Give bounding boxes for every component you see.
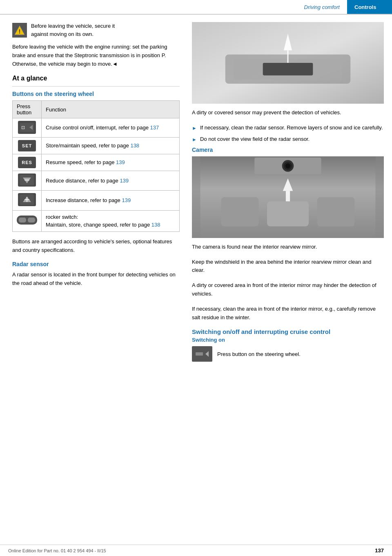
camera-text3: A dirty or covered area in front of the … (192, 281, 384, 298)
res-btn-icon: RES (18, 157, 36, 168)
page-ref-137-cruise[interactable]: 137 (150, 125, 159, 131)
page-number: 137 (375, 547, 384, 554)
bullet-text-clean: If necessary, clean the radar sensor. Re… (200, 124, 383, 132)
table-row: RES Resume speed, refer to page 139 (13, 154, 180, 171)
svg-rect-29 (317, 197, 355, 227)
function-cell-reduce: Reduce distance, refer to page 139 (42, 171, 180, 191)
function-cell-increase: Increase distance, refer to page 139 (42, 191, 180, 211)
radar-sensor-text: A radar sensor is located in the front b… (12, 271, 180, 288)
page-ref-138-set[interactable]: 138 (130, 142, 139, 149)
buttons-note-text: Buttons are arranged according to vehicl… (12, 238, 180, 255)
radar-sensor-heading: Radar sensor (12, 261, 180, 267)
reduce-distance-icon (18, 173, 36, 187)
right-column: A dirty or covered sensor may prevent th… (188, 22, 392, 362)
cruise-btn-icon: ⊡ (18, 121, 36, 134)
svg-rect-18 (263, 63, 313, 76)
warning-text: Before leaving the vehicle, secure it ag… (31, 22, 115, 38)
camera-text2: Keep the windshield in the area behind t… (192, 258, 384, 275)
table-col2-header: Function (42, 101, 180, 118)
rocker-switch-icon (17, 216, 37, 225)
camera-text4: If necessary, clean the area in front of… (192, 305, 384, 322)
warning-box: ! Before leaving the vehicle, secure it … (12, 22, 180, 38)
function-cell-cruise: Cruise control on/off, interrupt, refer … (42, 118, 180, 138)
svg-text:!: ! (19, 28, 21, 35)
svg-rect-35 (196, 352, 203, 356)
switching-sub-heading: Switching on (192, 337, 384, 343)
steering-wheel-table: Press button Function ⊡ (12, 100, 180, 232)
table-row: ⊡ Cruise control on/off, interrupt, refe… (13, 118, 180, 138)
switching-on-text: Press button on the steering wheel. (217, 351, 301, 357)
steering-wheel-heading: Buttons on the steering wheel (12, 91, 180, 97)
body-warning-text: Before leaving the vehicle with the engi… (12, 43, 180, 68)
switching-main-heading: Switching on/off and interrupting cruise… (192, 328, 384, 335)
radar-sensor-section: Radar sensor A radar sensor is located i… (12, 261, 180, 288)
front-bumper-scene (192, 22, 384, 104)
bottom-bar: Online Edition for Part no. 01 40 2 954 … (0, 545, 392, 556)
set-btn-icon: SET (18, 140, 36, 151)
camera-heading: Camera (192, 147, 384, 153)
front-bumper-image (192, 22, 384, 104)
main-content: ! Before leaving the vehicle, secure it … (0, 15, 392, 362)
svg-rect-32 (376, 156, 384, 238)
bullet-item-clean: ► If necessary, clean the radar sensor. … (192, 124, 384, 132)
table-row: Reduce distance, refer to page 139 (13, 171, 180, 191)
switching-on-btn-icon (192, 346, 212, 362)
svg-rect-30 (267, 201, 309, 226)
svg-rect-31 (192, 156, 200, 238)
function-cell-res: Resume speed, refer to page 139 (42, 154, 180, 171)
btn-cell-res: RES (13, 154, 42, 171)
table-col1-header: Press button (13, 101, 42, 118)
footer-text: Online Edition for Part no. 01 40 2 954 … (8, 548, 106, 553)
camera-image (192, 156, 384, 238)
svg-rect-14 (28, 218, 35, 222)
at-a-glance-heading: At a glance (12, 75, 180, 82)
page-ref-138-rocker[interactable]: 138 (151, 222, 160, 228)
btn-cell-increase (13, 191, 42, 211)
camera-text1: The camera is found near the interior re… (192, 243, 384, 251)
table-row: Increase distance, refer to page 139 (13, 191, 180, 211)
svg-text:⊡: ⊡ (21, 125, 25, 130)
btn-cell-cruise: ⊡ (13, 118, 42, 138)
table-row: rocker switch: Maintain, store, change s… (13, 210, 180, 231)
page-ref-139-increase[interactable]: 139 (122, 197, 131, 203)
bullet-text-cover: Do not cover the view field of the radar… (200, 135, 310, 143)
camera-scene (192, 156, 384, 238)
svg-point-25 (285, 163, 290, 168)
increase-distance-icon (18, 193, 36, 206)
switching-on-row: Press button on the steering wheel. (192, 346, 384, 362)
dirty-sensor-text: A dirty or covered sensor may prevent th… (192, 109, 384, 117)
header-driving-comfort: Driving comfort (297, 4, 347, 10)
btn-cell-reduce (13, 171, 42, 191)
page-ref-139-reduce[interactable]: 139 (120, 178, 129, 184)
warning-icon: ! (12, 23, 27, 38)
btn-cell-set: SET (13, 137, 42, 154)
bullet-item-cover: ► Do not cover the view field of the rad… (192, 135, 384, 143)
btn-cell-rocker (13, 210, 42, 231)
page-ref-139-res[interactable]: 139 (116, 159, 125, 165)
header-controls: Controls (347, 0, 392, 14)
table-row: SET Store/maintain speed, refer to page … (13, 137, 180, 154)
left-column: ! Before leaving the vehicle, secure it … (0, 22, 188, 362)
svg-rect-28 (221, 197, 259, 227)
function-cell-rocker: rocker switch: Maintain, store, change s… (42, 210, 180, 231)
radar-bullet-list: ► If necessary, clean the radar sensor. … (192, 124, 384, 143)
page-header: Driving comfort Controls (0, 0, 392, 15)
bullet-arrow-icon: ► (192, 125, 197, 132)
function-cell-set: Store/maintain speed, refer to page 138 (42, 137, 180, 154)
switching-section: Switching on/off and interrupting cruise… (192, 328, 384, 362)
svg-rect-13 (19, 218, 26, 222)
bullet-arrow-icon-2: ► (192, 136, 197, 143)
